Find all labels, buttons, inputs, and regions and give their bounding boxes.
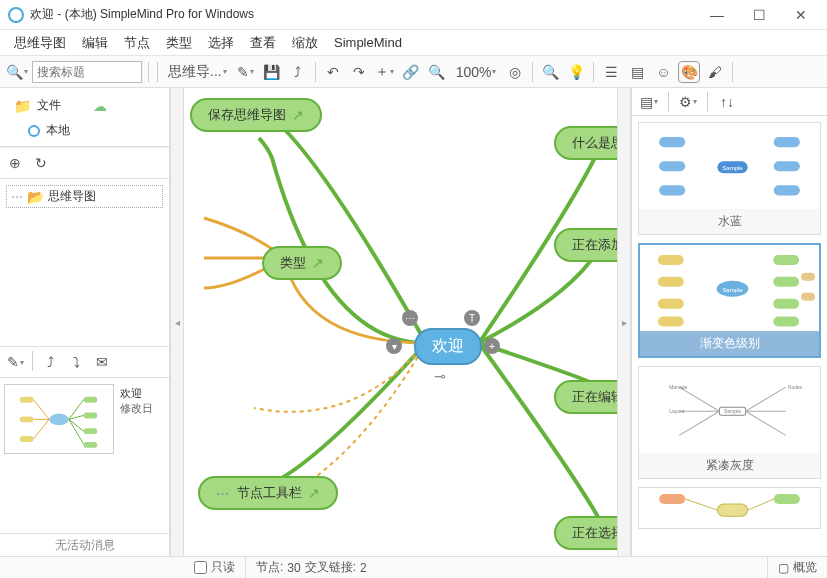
svg-rect-48 — [659, 494, 685, 504]
import-button[interactable]: ⤵ — [65, 351, 87, 373]
node-editing[interactable]: 正在编辑 — [554, 380, 617, 414]
ctrl-menu[interactable]: ⋯ — [402, 310, 418, 326]
zoom-level[interactable]: 100%▾ — [452, 61, 501, 83]
style-gradient[interactable]: Sample 渐变色级别 — [638, 243, 821, 358]
mindmap-thumbnail[interactable] — [4, 384, 114, 454]
svg-text:Sample: Sample — [724, 408, 741, 414]
style-view-button[interactable]: ▤▾ — [638, 91, 660, 113]
menu-mindmap[interactable]: 思维导图 — [8, 32, 72, 54]
save-button[interactable]: 💾 — [261, 61, 283, 83]
svg-line-13 — [69, 419, 84, 431]
thumbnail-area: 欢迎 修改日 — [0, 378, 169, 534]
svg-point-0 — [49, 413, 69, 425]
svg-line-36 — [679, 387, 719, 411]
style-list[interactable]: Sample 水蓝 Sample 渐变色级别 ManageLayoutNodes… — [632, 116, 827, 556]
svg-line-39 — [746, 387, 786, 411]
sort-button[interactable]: ↑↓ — [716, 91, 738, 113]
menu-simplemind[interactable]: SimpleMind — [328, 33, 408, 52]
emoji-icon[interactable]: ☺ — [652, 61, 674, 83]
find-button[interactable]: 🔍 — [539, 61, 561, 83]
svg-rect-32 — [801, 273, 815, 281]
svg-rect-4 — [84, 397, 98, 403]
add-button[interactable]: ＋▾ — [374, 61, 396, 83]
brush-icon[interactable]: 🖌 — [704, 61, 726, 83]
node-what[interactable]: 什么是思 — [554, 126, 617, 160]
tree-item-label: 思维导图 — [48, 188, 96, 205]
window-title: 欢迎 - (本地) SimpleMind Pro for Windows — [30, 6, 703, 23]
mindmap-dropdown[interactable]: 思维导...▾ — [164, 61, 231, 83]
menu-select[interactable]: 选择 — [202, 32, 240, 54]
undo-button[interactable]: ↶ — [322, 61, 344, 83]
svg-text:Manage: Manage — [669, 384, 687, 390]
share-button[interactable]: ⤴ — [287, 61, 309, 83]
tree-item[interactable]: ⋯ 📂 思维导图 — [6, 185, 163, 208]
lightbulb-icon[interactable]: 💡 — [565, 61, 587, 83]
node-toolbar[interactable]: ⋯节点工具栏↗ — [198, 476, 338, 510]
cloud-icon: ☁ — [93, 98, 107, 114]
node-save[interactable]: 保存思维导图↗ — [190, 98, 322, 132]
external-icon: ↗ — [308, 485, 320, 501]
minimize-button[interactable]: — — [703, 7, 731, 23]
add-folder-button[interactable]: ⊕ — [4, 152, 26, 174]
edit-button[interactable]: ✎▾ — [235, 61, 257, 83]
overview-button[interactable]: ▢概览 — [768, 557, 827, 578]
target-icon[interactable]: ◎ — [504, 61, 526, 83]
settings-button[interactable]: ⚙▾ — [677, 91, 699, 113]
menu-node[interactable]: 节点 — [118, 32, 156, 54]
new-map-button[interactable]: ✎▾ — [4, 351, 26, 373]
svg-rect-2 — [20, 416, 34, 422]
menu-edit[interactable]: 编辑 — [76, 32, 114, 54]
style-aqua[interactable]: Sample 水蓝 — [638, 122, 821, 235]
maximize-button[interactable]: ☐ — [745, 7, 773, 23]
menu-type[interactable]: 类型 — [160, 32, 198, 54]
splitter-left[interactable]: ◂ — [170, 88, 184, 556]
style-label: 水蓝 — [639, 209, 820, 234]
svg-line-8 — [33, 400, 49, 420]
export-button[interactable]: ⤴ — [39, 351, 61, 373]
node-adding[interactable]: 正在添加 — [554, 228, 617, 262]
menu-view[interactable]: 查看 — [244, 32, 282, 54]
node-types[interactable]: 类型↗ — [262, 246, 342, 280]
zoom-tool[interactable]: 🔍 — [426, 61, 448, 83]
refresh-button[interactable]: ↻ — [30, 152, 52, 174]
svg-rect-19 — [774, 137, 800, 147]
splitter-right[interactable]: ▸ — [617, 88, 631, 556]
close-button[interactable]: ✕ — [787, 7, 815, 23]
link-button[interactable]: 🔗 — [400, 61, 422, 83]
readonly-checkbox[interactable] — [194, 561, 207, 574]
svg-rect-18 — [659, 185, 685, 195]
style-next[interactable] — [638, 487, 821, 529]
svg-rect-17 — [659, 161, 685, 171]
outline-icon[interactable]: ☰ — [600, 61, 622, 83]
local-item[interactable]: 本地 — [4, 119, 165, 142]
svg-rect-1 — [20, 397, 34, 403]
mindmap-canvas[interactable]: 保存思维导图↗ 类型↗ ⋯节点工具栏↗ 欢迎 ⋯ T ▾ + ⊸ 什么是思 正在… — [184, 88, 617, 556]
style-compact-gray[interactable]: ManageLayoutNodesSample 紧凑灰度 — [638, 366, 821, 479]
ctrl-add[interactable]: + — [484, 338, 500, 354]
redo-button[interactable]: ↷ — [348, 61, 370, 83]
ctrl-text[interactable]: T — [464, 310, 480, 326]
left-panel: 📁文件 ☁ 本地 ⊕ ↻ ⋯ 📂 思维导图 ✎▾ ⤴ ⤵ ✉ — [0, 88, 170, 556]
cloud-tab[interactable]: ☁ — [89, 94, 111, 117]
menu-zoom[interactable]: 缩放 — [286, 32, 324, 54]
svg-text:Layout: Layout — [669, 408, 685, 414]
ctrl-link[interactable]: ⊸ — [432, 368, 448, 384]
readonly-toggle[interactable]: 只读 — [184, 557, 246, 578]
local-label: 本地 — [46, 122, 70, 139]
overview-icon: ▢ — [778, 561, 789, 575]
search-input[interactable] — [32, 61, 142, 83]
svg-text:Nodes: Nodes — [788, 384, 803, 390]
svg-text:Sample: Sample — [722, 287, 743, 293]
palette-icon[interactable]: 🎨 — [678, 61, 700, 83]
ctrl-collapse[interactable]: ▾ — [386, 338, 402, 354]
search-dropdown[interactable]: 🔍▾ — [6, 61, 28, 83]
svg-rect-16 — [659, 137, 685, 147]
svg-rect-47 — [774, 494, 800, 504]
node-selecting[interactable]: 正在选择 — [554, 516, 617, 550]
mail-button[interactable]: ✉ — [91, 351, 113, 373]
title-bar: 欢迎 - (本地) SimpleMind Pro for Windows — ☐… — [0, 0, 827, 30]
note-icon[interactable]: ▤ — [626, 61, 648, 83]
svg-rect-7 — [84, 442, 98, 448]
files-tab[interactable]: 📁文件 — [10, 94, 65, 117]
node-center[interactable]: 欢迎 — [414, 328, 482, 365]
